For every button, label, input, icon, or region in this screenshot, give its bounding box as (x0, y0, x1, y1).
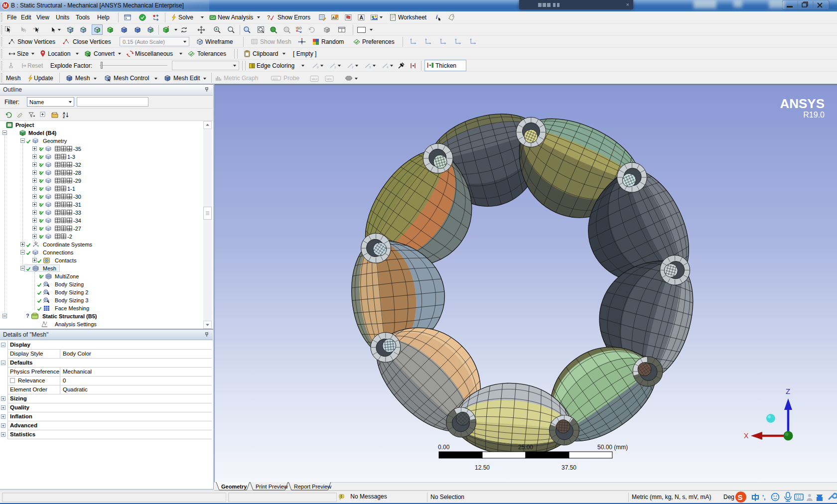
svg-text:0: 0 (317, 66, 319, 69)
svg-text:-34: -34 (73, 218, 81, 224)
svg-text:MIN: MIN (327, 77, 332, 80)
svg-text:M: M (3, 3, 7, 8)
svg-text:-29: -29 (73, 178, 81, 184)
svg-text:i: i (436, 14, 438, 20)
svg-text:-31: -31 (73, 202, 81, 208)
svg-text:4: 4 (387, 66, 389, 69)
svg-text:-28: -28 (73, 170, 81, 176)
svg-text:Z: Z (63, 115, 65, 119)
svg-text:50.00 (mm): 50.00 (mm) (597, 444, 628, 451)
svg-text:Print Preview: Print Preview (256, 484, 288, 490)
svg-text:-27: -27 (73, 226, 81, 232)
svg-text:',: ', (762, 494, 766, 501)
svg-text:0: 0 (340, 495, 342, 498)
svg-text:-30: -30 (73, 194, 81, 200)
svg-text:A: A (360, 14, 364, 20)
svg-text:-2: -2 (67, 234, 72, 240)
svg-text:Geometry: Geometry (221, 484, 247, 490)
svg-text:ANSYS: ANSYS (780, 96, 825, 111)
svg-text:S: S (738, 493, 743, 502)
svg-text:1-1: 1-1 (67, 186, 75, 192)
svg-text:25.00: 25.00 (518, 444, 533, 451)
svg-text:12.50: 12.50 (475, 464, 490, 471)
svg-text:Z: Z (786, 387, 790, 395)
svg-text:0.00: 0.00 (438, 444, 450, 451)
svg-text:-32: -32 (73, 162, 81, 168)
svg-text:2: 2 (352, 66, 354, 69)
svg-text:1: 1 (334, 66, 336, 69)
svg-text:37.50: 37.50 (561, 464, 576, 471)
svg-text:MAX: MAX (312, 77, 318, 80)
svg-text:A: A (63, 112, 65, 115)
svg-text:-33: -33 (73, 210, 81, 216)
svg-text:3: 3 (369, 66, 371, 69)
svg-text:123: 123 (273, 77, 278, 80)
svg-text:R19.0: R19.0 (803, 111, 825, 119)
svg-text:?: ? (267, 14, 270, 20)
svg-text:-35: -35 (73, 146, 81, 152)
svg-text:ISO: ISO (296, 26, 301, 30)
svg-text:Report Preview: Report Preview (294, 484, 331, 490)
svg-text:X: X (744, 432, 749, 440)
svg-text:1-3: 1-3 (67, 154, 75, 160)
